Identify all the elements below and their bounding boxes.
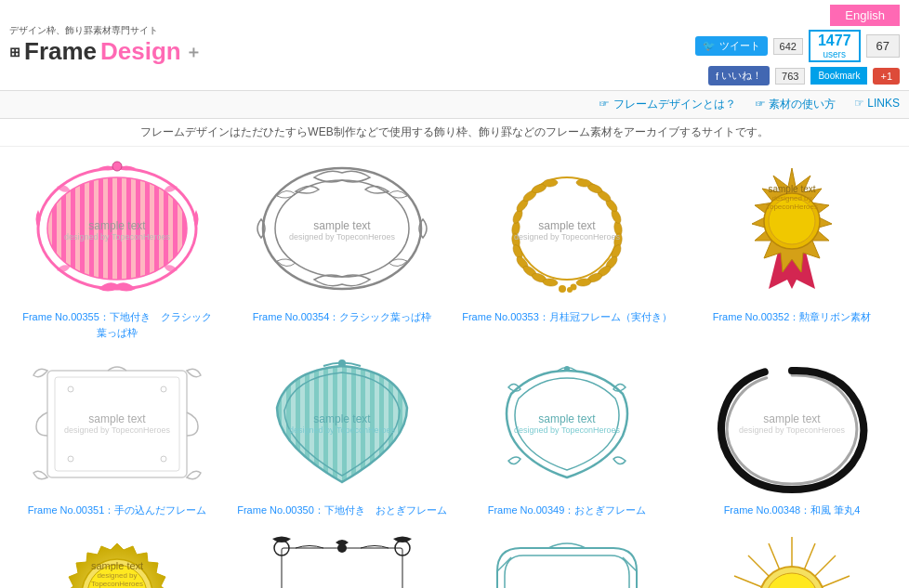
nav-item-links[interactable]: LINKS <box>854 97 900 112</box>
tagline: デザイン枠、飾り罫素材専門サイト <box>9 24 202 37</box>
nav-item-about[interactable]: フレームデザインとは？ <box>599 97 735 112</box>
nav: フレームデザインとは？ 素材の使い方 LINKS <box>0 91 909 119</box>
svg-point-48 <box>564 366 570 372</box>
frame-svg-346 <box>244 529 440 588</box>
frame-label-348: Frame No.00348：和風 筆丸4 <box>724 503 861 518</box>
frame-item-349[interactable]: sample text designed by TopeconHeroes Fr… <box>459 349 675 518</box>
social-area: English 🐦 ツイート 642 1477 users 67 f いいね！ … <box>695 5 900 85</box>
svg-point-31 <box>576 278 592 286</box>
frame-item-344[interactable]: sample text designed by TopeconHeroes Fr… <box>684 528 900 589</box>
social-row1: 🐦 ツイート 642 1477 users 67 <box>695 30 900 62</box>
header: デザイン枠、飾り罫素材専門サイト ⊞ Frame Design ＋ Englis… <box>0 0 909 91</box>
frame-label-353: Frame No.00353：月桂冠フレーム（実付き） <box>462 309 672 325</box>
frame-label-352: Frame No.00352：勲章リボン素材 <box>713 309 872 325</box>
top-right: English <box>830 5 900 26</box>
sample-text-355: sample text designed by TopeconHeroes <box>64 219 170 242</box>
svg-point-34 <box>571 283 577 290</box>
frame-item-353[interactable]: sample text designed by TopeconHeroes Fr… <box>459 156 675 340</box>
sample-text-349: sample text designed by TopeconHeroes <box>514 412 620 435</box>
gplus-button[interactable]: +1 <box>873 68 900 85</box>
frame-preview-347: sample text designed byTopeconHeroes <box>15 528 219 589</box>
sample-text-353: sample text designed by TopeconHeroes <box>514 219 620 242</box>
frame-item-351[interactable]: sample text designed by TopeconHeroes Fr… <box>9 349 225 518</box>
frame-preview-351: sample text designed by TopeconHeroes <box>15 349 219 498</box>
bookmark-users: 1477 <box>818 33 851 49</box>
bookmark-stat-box: 1477 users <box>809 30 861 62</box>
frame-label-349: Frame No.00349：おとぎフレーム <box>488 503 647 518</box>
like-label: いいね！ <box>721 69 762 83</box>
frame-label-350: Frame No.00350：下地付き おとぎフレーム <box>237 503 447 518</box>
sample-text-347: sample text designed byTopeconHeroes <box>91 560 143 588</box>
logo-design: Design <box>100 37 181 66</box>
frame-preview-355: sample text designed by TopeconHeroes <box>15 156 219 305</box>
svg-point-41 <box>68 386 73 392</box>
social-row2: f いいね！ 763 Bookmark +1 <box>708 66 900 85</box>
frame-item-354[interactable]: sample text designed by TopeconHeroes Fr… <box>234 156 450 340</box>
like-count: 763 <box>775 68 805 85</box>
frame-item-347[interactable]: sample text designed byTopeconHeroes Fra… <box>9 528 225 589</box>
svg-point-19 <box>543 278 559 286</box>
tweet-button[interactable]: 🐦 ツイート <box>695 36 768 56</box>
logo-frame: Frame <box>24 37 97 66</box>
english-button[interactable]: English <box>830 5 900 26</box>
facebook-like-button[interactable]: f いいね！ <box>708 66 770 85</box>
logo: ⊞ Frame Design ＋ <box>9 37 202 66</box>
frame-preview-352: sample text designed byTopeconHeroes <box>690 156 894 305</box>
logo-deco: ＋ <box>185 41 202 63</box>
nav-item-usage[interactable]: 素材の使い方 <box>755 97 836 112</box>
sample-text-348: sample text designed by TopeconHeroes <box>739 412 845 435</box>
logo-area: デザイン枠、飾り罫素材専門サイト ⊞ Frame Design ＋ <box>9 24 202 66</box>
svg-point-4 <box>112 162 122 171</box>
sample-text-352: sample text designed byTopeconHeroes <box>766 184 818 211</box>
svg-point-47 <box>338 359 346 367</box>
frame-preview-350: sample text designed by TopeconHeroes <box>240 349 444 498</box>
frame-preview-353: sample text designed by TopeconHeroes <box>465 156 669 305</box>
frame-label-355: Frame No.00355：下地付き クラシック葉っぱ枠 <box>22 309 212 340</box>
frame-grid: sample text designed by TopeconHeroes Fr… <box>0 147 909 588</box>
logo-icon: ⊞ <box>9 45 20 59</box>
svg-rect-52 <box>282 548 402 588</box>
tweet-label: ツイート <box>719 39 760 53</box>
frame-item-348[interactable]: sample text designed by TopeconHeroes Fr… <box>684 349 900 518</box>
bookmark-label: Bookmark <box>818 70 860 82</box>
svg-point-44 <box>161 456 166 462</box>
frame-item-346[interactable]: sample text designed by TopeconHeroes Fr… <box>234 528 450 589</box>
tweet-count: 642 <box>773 38 803 55</box>
frame-preview-349: sample text designed by TopeconHeroes <box>465 349 669 498</box>
sample-text-354: sample text designed by TopeconHeroes <box>289 219 395 242</box>
frame-preview-344: sample text designed by TopeconHeroes <box>690 528 894 589</box>
frame-label-354: Frame No.00354：クラシック葉っぱ枠 <box>253 309 432 325</box>
frame-svg-344 <box>694 529 889 588</box>
svg-point-42 <box>161 386 166 392</box>
frame-item-355[interactable]: sample text designed by TopeconHeroes Fr… <box>9 156 225 340</box>
description: フレームデザインはただひたすらWEB制作などで使用する飾り枠、飾り罫などのフレー… <box>0 119 909 147</box>
frame-item-352[interactable]: sample text designed byTopeconHeroes Fra… <box>684 156 900 340</box>
frame-item-350[interactable]: sample text designed by TopeconHeroes Fr… <box>234 349 450 518</box>
frame-svg-352 <box>694 159 889 303</box>
frame-preview-348: sample text designed by TopeconHeroes <box>690 349 894 498</box>
frame-preview-345: sample text designed by TopeconHeroes <box>465 528 669 589</box>
svg-point-32 <box>559 285 566 293</box>
svg-point-25 <box>576 178 592 187</box>
facebook-icon: f <box>716 71 718 82</box>
frame-svg-345 <box>469 529 665 588</box>
bookmark-button[interactable]: Bookmark <box>810 67 867 85</box>
frame-item-345[interactable]: sample text designed by TopeconHeroes Fr… <box>459 528 675 589</box>
frame-preview-346: sample text designed by TopeconHeroes <box>240 528 444 589</box>
sample-text-350: sample text designed by TopeconHeroes <box>289 412 395 435</box>
svg-point-13 <box>543 178 559 187</box>
bookmark-users-label: users <box>823 49 846 59</box>
svg-point-43 <box>68 456 73 462</box>
sample-text-351: sample text designed by TopeconHeroes <box>64 412 170 435</box>
twitter-icon: 🐦 <box>703 40 716 52</box>
frame-label-351: Frame No.00351：手の込んだフレーム <box>28 503 207 518</box>
frame-preview-354: sample text designed by TopeconHeroes <box>240 156 444 305</box>
bookmark-count: 67 <box>866 34 900 58</box>
